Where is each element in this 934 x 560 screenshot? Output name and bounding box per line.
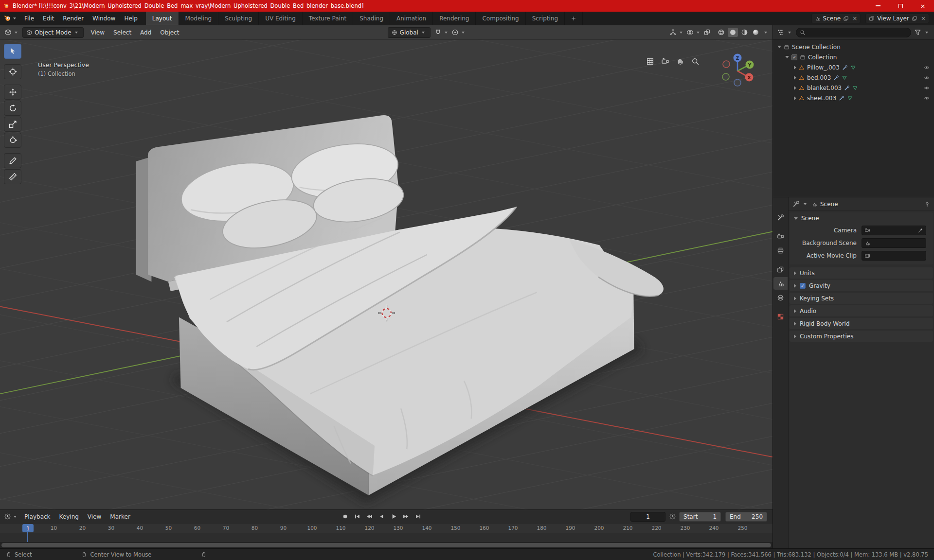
mode-dropdown[interactable]: Object Mode (22, 27, 84, 38)
tab-world[interactable] (773, 291, 788, 304)
timeline-ruler[interactable]: 1020304050607080901001101201301401501601… (0, 523, 772, 533)
shading-material-icon[interactable] (741, 29, 748, 36)
section-units[interactable]: Units (790, 267, 933, 279)
cursor-tool[interactable] (4, 64, 21, 79)
viewport-canvas[interactable]: User Perspective (1) Collection (0, 40, 772, 509)
end-frame-field[interactable]: End 250 (725, 512, 767, 522)
visibility-eye-icon[interactable] (924, 65, 930, 70)
shading-rendered-icon[interactable] (752, 29, 759, 36)
show-overlays-icon[interactable] (686, 29, 694, 36)
rotate-tool[interactable] (4, 101, 21, 116)
scene-render[interactable] (0, 40, 772, 509)
visibility-eye-icon[interactable] (924, 75, 930, 81)
viewport-menu-item[interactable]: View (87, 29, 109, 36)
tab-view-layer[interactable] (773, 263, 788, 276)
unlink-scene-icon[interactable]: × (851, 15, 857, 22)
timeline-menu-item[interactable]: Playback (20, 513, 55, 520)
prev-keyframe-button[interactable] (364, 512, 375, 522)
main-menu-item[interactable]: Window (88, 15, 120, 22)
navigation-gizmo[interactable]: Z Y X (719, 52, 756, 90)
move-tool[interactable] (4, 85, 21, 100)
background-scene-field[interactable] (862, 238, 926, 248)
maximize-button[interactable] (889, 0, 912, 12)
new-scene-icon[interactable] (843, 16, 849, 21)
new-layer-icon[interactable] (912, 16, 917, 21)
object-row[interactable]: Pillow_.003 (773, 62, 934, 72)
main-menu-item[interactable]: Edit (38, 15, 58, 22)
visibility-eye-icon[interactable] (924, 95, 930, 101)
tab-output[interactable] (773, 244, 788, 257)
app-menu-button[interactable] (0, 12, 20, 25)
object-row[interactable]: sheet.003 (773, 93, 934, 103)
gizmo-neg-x-ball[interactable] (723, 61, 730, 68)
main-menu-item[interactable]: Render (58, 15, 88, 22)
select-box-tool[interactable] (4, 44, 21, 59)
section-gravity[interactable]: ✓ Gravity (790, 280, 933, 291)
workspace-tab[interactable]: Sculpting (218, 12, 259, 25)
gizmo-neg-z-ball[interactable] (734, 79, 741, 86)
tab-tool[interactable] (773, 211, 788, 224)
tab-render[interactable] (773, 230, 788, 243)
collapse-icon[interactable] (777, 46, 781, 48)
scene-collection-row[interactable]: Scene Collection (773, 42, 934, 52)
object-row[interactable]: blanket.003 (773, 83, 934, 93)
orientation-dropdown[interactable]: Global (388, 27, 431, 38)
play-reverse-button[interactable] (376, 512, 387, 522)
playhead[interactable]: 1 (22, 524, 34, 532)
start-frame-field[interactable]: Start 1 (679, 512, 721, 522)
sync-clock-icon[interactable] (669, 513, 676, 520)
play-button[interactable] (388, 512, 399, 522)
scene-panel-header[interactable]: Scene (790, 212, 933, 224)
gravity-checkbox[interactable]: ✓ (800, 283, 806, 289)
remove-layer-icon[interactable]: × (920, 15, 926, 22)
collapse-icon[interactable] (785, 56, 789, 58)
workspace-tab[interactable]: Modeling (179, 12, 219, 25)
workspace-tab[interactable]: Texture Paint (303, 12, 353, 25)
shading-wireframe-icon[interactable] (718, 29, 725, 36)
transform-tool[interactable] (4, 133, 21, 148)
pin-icon[interactable] (924, 201, 930, 207)
camera-view-icon[interactable] (661, 57, 669, 66)
expand-icon[interactable] (794, 66, 796, 70)
measure-tool[interactable] (4, 169, 21, 184)
workspace-tab[interactable]: UV Editing (259, 12, 303, 25)
workspace-tab[interactable]: Shading (353, 12, 390, 25)
workspace-tab[interactable]: Compositing (476, 12, 525, 25)
workspace-tab[interactable]: Scripting (526, 12, 565, 25)
scrollbar-thumb[interactable] (1, 543, 771, 547)
section-rigid-body-world[interactable]: Rigid Body World (790, 318, 933, 329)
toggle-grid-icon[interactable] (646, 57, 654, 66)
expand-icon[interactable] (794, 96, 796, 100)
snap-magnet-icon[interactable] (434, 29, 442, 36)
camera-field[interactable] (862, 226, 926, 235)
shading-solid-button[interactable] (728, 28, 738, 37)
xray-toggle-icon[interactable] (703, 29, 711, 36)
timeline-editor-icon[interactable] (4, 513, 11, 520)
filter-funnel-icon[interactable] (914, 29, 921, 36)
tab-scene[interactable] (773, 277, 788, 290)
bed-model[interactable] (136, 115, 664, 504)
main-menu-item[interactable]: Help (120, 15, 142, 22)
object-row[interactable]: bed.003 (773, 72, 934, 83)
annotate-tool[interactable] (4, 153, 21, 168)
workspace-tab[interactable]: Rendering (433, 12, 476, 25)
show-gizmo-icon[interactable] (669, 29, 677, 36)
workspace-tab[interactable]: Animation (390, 12, 433, 25)
workspace-tab[interactable]: + (565, 12, 583, 25)
section-custom-properties[interactable]: Custom Properties (790, 331, 933, 342)
timeline-menu-item[interactable]: Marker (106, 513, 134, 520)
view-layer-selector[interactable]: View Layer × (865, 14, 929, 23)
section-audio[interactable]: Audio (790, 305, 933, 316)
record-button[interactable] (340, 512, 350, 522)
minimize-button[interactable] (867, 0, 889, 12)
movie-clip-field[interactable] (862, 251, 926, 261)
collection-checkbox[interactable]: ✓ (791, 54, 797, 60)
timeline-menu-item[interactable]: Keying (55, 513, 83, 520)
scale-tool[interactable] (4, 117, 21, 132)
section-keying-sets[interactable]: Keying Sets (790, 293, 933, 304)
current-frame-field[interactable]: 1 (630, 512, 665, 522)
editor-type-icon[interactable] (4, 29, 12, 36)
workspace-tab[interactable]: Layout (146, 12, 179, 25)
eyedropper-icon[interactable] (917, 228, 923, 233)
viewport-menu-item[interactable]: Add (136, 29, 156, 36)
